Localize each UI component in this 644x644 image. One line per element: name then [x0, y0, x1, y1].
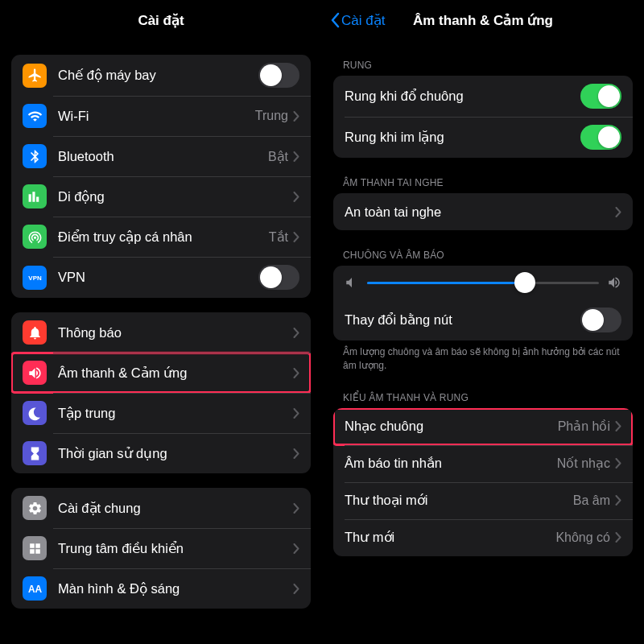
row-label: Bluetooth [58, 149, 268, 164]
back-label: Cài đặt [341, 12, 385, 29]
row-label: Wi-Fi [58, 109, 255, 124]
row-label: Chế độ máy bay [58, 68, 258, 83]
row-label: Cài đặt chung [58, 501, 293, 516]
settings-row[interactable]: Điểm truy cập cá nhânTắt [11, 217, 311, 257]
settings-group-connectivity: Chế độ máy bayWi-FiTrungBluetoothBậtDi đ… [11, 55, 311, 298]
row-label: Âm báo tin nhắn [345, 456, 557, 471]
chevron-right-icon [293, 503, 299, 514]
chevron-right-icon [293, 408, 299, 419]
settings-panel: Cài đặt Chế độ máy bayWi-FiTrungBluetoot… [0, 0, 322, 644]
volume-slider-row[interactable] [333, 266, 633, 299]
chevron-right-icon [293, 111, 299, 122]
page-title: Âm thanh & Cảm ứng [413, 12, 553, 29]
settings-group-general: Cài đặt chungTrung tâm điều khiểnAAMàn h… [11, 488, 311, 609]
row-value: Phản hồi [558, 419, 610, 434]
row-value: Bật [268, 149, 288, 164]
toggle[interactable] [580, 125, 621, 150]
toggle[interactable] [580, 84, 621, 109]
header: Cài đặt [2, 0, 320, 40]
page-title: Cài đặt [138, 12, 184, 29]
settings-row[interactable]: Thông báo [11, 312, 311, 353]
settings-row[interactable]: Di động [11, 176, 311, 217]
settings-group-alerts: Thông báoÂm thanh & Cảm ứngTập trungThời… [11, 312, 311, 473]
wifi-icon [23, 104, 47, 128]
chevron-right-icon [293, 543, 299, 554]
chevron-right-icon [293, 448, 299, 459]
settings-row[interactable]: Thư mớiKhông có [333, 519, 633, 556]
row-value: Trung [255, 109, 288, 123]
toggle[interactable] [258, 63, 299, 88]
settings-row[interactable]: Thư thoại mớiBa âm [333, 482, 633, 519]
general-icon [23, 496, 47, 520]
volume-slider-knob[interactable] [514, 272, 535, 293]
toggle-knob [598, 85, 620, 107]
settings-row[interactable]: Âm thanh & Cảm ứng [11, 353, 311, 393]
toggle-knob [598, 126, 620, 148]
row-label: Tập trung [58, 406, 293, 421]
settings-row[interactable]: Tập trung [11, 393, 311, 433]
chevron-right-icon [615, 458, 621, 469]
toggle-knob [260, 266, 282, 288]
row-label: Di động [58, 189, 293, 204]
settings-row[interactable]: An toàn tai nghe [333, 193, 633, 230]
settings-row[interactable]: Wi-FiTrung [11, 96, 311, 136]
chevron-right-icon [293, 192, 299, 202]
toggle-knob [582, 309, 604, 331]
toggle-knob [260, 64, 282, 86]
vibrate-group: Rung khi đổ chuôngRung khi im lặng [333, 76, 633, 158]
section-header-headphone: ÂM THANH TAI NGHE [343, 177, 623, 188]
row-label: Thay đổi bằng nút [345, 312, 580, 328]
row-value: Tắt [269, 229, 288, 245]
svg-text:AA: AA [27, 584, 42, 595]
row-label: Rung khi im lặng [345, 130, 580, 145]
row-label: Thư mới [345, 530, 555, 545]
sounds-panel: Cài đặt Âm thanh & Cảm ứng RUNG Rung khi… [322, 0, 644, 644]
speaker-high-icon [607, 275, 621, 290]
row-label: Thông báo [58, 325, 293, 341]
chevron-right-icon [293, 151, 299, 162]
vpn-icon: VPN [23, 266, 47, 290]
headphone-group: An toàn tai nghe [333, 193, 633, 230]
section-header-patterns: KIỂU ÂM THANH VÀ RUNG [343, 392, 623, 403]
patterns-group: Nhạc chuôngPhản hồiÂm báo tin nhắnNốt nh… [333, 408, 633, 556]
ringer-group: Thay đổi bằng nút [333, 266, 633, 341]
focus-icon [23, 401, 47, 425]
back-button[interactable]: Cài đặt [330, 12, 385, 29]
row-label: Nhạc chuông [345, 419, 558, 434]
settings-row[interactable]: Thời gian sử dụng [11, 433, 311, 473]
row-label: An toàn tai nghe [345, 204, 615, 220]
settings-row[interactable]: VPNVPN [11, 257, 311, 298]
row-value: Nốt nhạc [557, 456, 610, 471]
settings-row[interactable]: Rung khi đổ chuông [333, 76, 633, 117]
change-with-buttons-row[interactable]: Thay đổi bằng nút [333, 299, 633, 341]
settings-row[interactable]: Rung khi im lặng [333, 117, 633, 158]
row-label: VPN [58, 270, 258, 285]
change-with-buttons-toggle[interactable] [580, 308, 621, 332]
chevron-right-icon [293, 232, 299, 242]
hotspot-icon [23, 225, 47, 249]
speaker-low-icon [345, 275, 359, 290]
cellular-icon [23, 184, 47, 208]
display-icon: AA [23, 576, 47, 601]
controlcenter-icon [23, 536, 47, 560]
settings-row[interactable]: BluetoothBật [11, 136, 311, 176]
chevron-right-icon [293, 584, 299, 594]
settings-row[interactable]: Trung tâm điều khiển [11, 528, 311, 568]
airplane-icon [23, 64, 47, 88]
notifications-icon [23, 320, 47, 345]
settings-row[interactable]: AAMàn hình & Độ sáng [11, 568, 311, 609]
row-label: Thư thoại mới [345, 493, 573, 508]
header: Cài đặt Âm thanh & Cảm ứng [324, 0, 642, 40]
section-header-vibrate: RUNG [343, 60, 623, 71]
chevron-right-icon [293, 368, 299, 378]
row-label: Thời gian sử dụng [58, 446, 293, 461]
settings-row[interactable]: Chế độ máy bay [11, 55, 311, 96]
volume-slider-track[interactable] [367, 282, 599, 284]
bluetooth-icon [23, 144, 47, 168]
settings-row[interactable]: Âm báo tin nhắnNốt nhạc [333, 445, 633, 482]
toggle[interactable] [258, 265, 299, 290]
settings-row[interactable]: Nhạc chuôngPhản hồi [333, 408, 633, 445]
row-label: Màn hình & Độ sáng [58, 581, 293, 597]
settings-row[interactable]: Cài đặt chung [11, 488, 311, 528]
chevron-left-icon [330, 12, 340, 28]
